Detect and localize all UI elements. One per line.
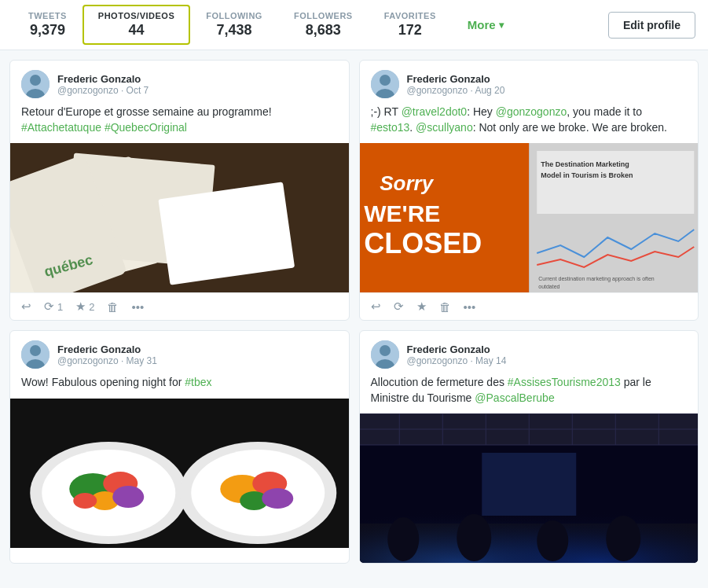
tweet-date: Oct 7 xyxy=(127,85,149,96)
tweet-handle-date: @gonzogonzo · Aug 20 xyxy=(407,85,505,96)
tweet-grid: Frederic Gonzalo @gonzogonzo · Oct 7 Ret… xyxy=(0,50,708,573)
tweet-username[interactable]: Frederic Gonzalo xyxy=(407,73,505,85)
tweet-header-tweet2: Frederic Gonzalo @gonzogonzo · Aug 20 xyxy=(360,61,699,105)
mention[interactable]: @travel2dot0 xyxy=(402,105,467,118)
svg-text:outdated: outdated xyxy=(538,284,559,289)
tweet-image-tweet4 xyxy=(360,413,699,563)
tweet-card-tweet3: Frederic Gonzalo @gonzogonzo · May 31 Wo… xyxy=(9,330,350,564)
tweet-date: Aug 20 xyxy=(475,85,504,96)
svg-text:Current destination marketing : Current destination marketing approach i… xyxy=(538,276,655,282)
svg-text:The Destination Marketing: The Destination Marketing xyxy=(541,160,629,168)
tweet-header-tweet4: Frederic Gonzalo @gonzogonzo · May 14 xyxy=(360,331,699,375)
tweet-username[interactable]: Frederic Gonzalo xyxy=(407,344,507,355)
like-button[interactable]: ★ 2 xyxy=(75,300,94,314)
tweet-text: Wow! Fabulous opening night for xyxy=(21,376,185,388)
stat-item-followers[interactable]: FOLLOWERS 8,683 xyxy=(278,5,369,45)
tweet-meta: Frederic Gonzalo @gonzogonzo · May 31 xyxy=(57,344,157,366)
svg-point-60 xyxy=(387,517,419,561)
svg-point-1 xyxy=(30,75,41,86)
svg-point-63 xyxy=(606,516,640,561)
like-icon: ★ xyxy=(416,300,427,314)
mention[interactable]: @gonzogonzo xyxy=(496,105,567,118)
ellipsis-icon: ••• xyxy=(131,300,144,314)
like-count: 2 xyxy=(89,301,94,313)
tweet-text: , you made it to xyxy=(567,105,642,118)
svg-text:WE'RE: WE'RE xyxy=(364,200,440,226)
retweet-button[interactable]: ⟳ 1 xyxy=(44,300,63,314)
tweet-header-tweet3: Frederic Gonzalo @gonzogonzo · May 31 xyxy=(10,331,349,375)
retweet-button[interactable]: ⟳ xyxy=(394,300,404,314)
tweet-actions: ↩ ⟳ 1 ★ 2 🗑 ••• xyxy=(10,292,349,320)
stat-item-favorites[interactable]: FAVORITES 172 xyxy=(369,5,452,45)
more-button[interactable]: More▾ xyxy=(452,12,519,38)
tweet-text: . xyxy=(409,121,416,134)
tweet-header-tweet1: Frederic Gonzalo @gonzogonzo · Oct 7 xyxy=(10,61,349,105)
delete-button[interactable]: 🗑 xyxy=(439,300,451,314)
stats-bar: TWEETS 9,379 PHOTOS/VIDEOS 44 FOLLOWING … xyxy=(0,0,708,50)
tweet-handle[interactable]: @gonzogonzo xyxy=(407,85,468,96)
mention[interactable]: @scullyano xyxy=(416,121,473,134)
tweet-handle-date: @gonzogonzo · May 31 xyxy=(57,355,157,366)
tweet-username[interactable]: Frederic Gonzalo xyxy=(57,344,157,355)
tweet-date: May 14 xyxy=(475,355,506,366)
tweet-body: Retour d'Europe et grosse semaine au pro… xyxy=(10,105,349,143)
reply-button[interactable]: ↩ xyxy=(21,300,31,314)
svg-point-32 xyxy=(112,486,144,508)
svg-point-10 xyxy=(380,75,391,86)
mention[interactable]: @PascalBerube xyxy=(475,391,554,404)
tweet-handle-date: @gonzogonzo · May 14 xyxy=(407,355,507,366)
stat-label-tweets: TWEETS xyxy=(28,11,67,20)
reply-button[interactable]: ↩ xyxy=(371,300,381,314)
tweet-handle[interactable]: @gonzogonzo xyxy=(57,85,119,96)
svg-point-39 xyxy=(262,488,293,509)
tweet-handle[interactable]: @gonzogonzo xyxy=(407,355,468,366)
delete-button[interactable]: 🗑 xyxy=(107,300,119,314)
tweet-body: ;-) RT @travel2dot0: Hey @gonzogonzo, yo… xyxy=(360,105,699,143)
svg-text:CLOSED: CLOSED xyxy=(364,227,482,259)
hashtag[interactable]: #Attachetatuque xyxy=(21,121,101,134)
tweet-text: Retour d'Europe et grosse semaine au pro… xyxy=(21,105,272,118)
hashtag[interactable]: #QuebecOriginal xyxy=(105,121,187,134)
svg-point-33 xyxy=(73,493,97,509)
tweet-image-tweet3 xyxy=(10,399,349,548)
stat-value-followers: 8,683 xyxy=(306,22,341,39)
tweet-handle[interactable]: @gonzogonzo xyxy=(57,355,119,366)
trash-icon: 🗑 xyxy=(439,300,451,314)
tweet-actions: ↩ ⟳ ★ 🗑 ••• xyxy=(360,292,699,320)
hashtag[interactable]: #AssisesTourisme2013 xyxy=(508,376,621,388)
like-icon: ★ xyxy=(75,300,86,314)
like-button[interactable]: ★ xyxy=(416,300,427,314)
stat-item-photos-videos[interactable]: PHOTOS/VIDEOS 44 xyxy=(83,5,190,45)
avatar xyxy=(21,70,50,98)
svg-point-41 xyxy=(380,345,391,356)
chevron-down-icon: ▾ xyxy=(499,20,504,31)
svg-rect-64 xyxy=(482,453,576,516)
tweet-meta: Frederic Gonzalo @gonzogonzo · Oct 7 xyxy=(57,73,149,96)
stat-label-followers: FOLLOWERS xyxy=(294,11,353,20)
trash-icon: 🗑 xyxy=(107,300,119,314)
svg-point-62 xyxy=(537,520,568,561)
retweet-icon: ⟳ xyxy=(44,300,54,314)
hashtag[interactable]: #tbex xyxy=(185,376,211,388)
tweet-text: Allocution de fermeture des xyxy=(371,376,508,388)
stat-value-photos-videos: 44 xyxy=(129,22,145,39)
hashtag[interactable]: #esto13 xyxy=(371,121,410,134)
tweet-meta: Frederic Gonzalo @gonzogonzo · May 14 xyxy=(407,344,507,366)
more-actions-button[interactable]: ••• xyxy=(464,300,476,314)
stat-item-tweets[interactable]: TWEETS 9,379 xyxy=(13,5,83,45)
avatar xyxy=(371,340,399,369)
reply-icon: ↩ xyxy=(371,300,381,314)
tweet-text: : Hey xyxy=(467,105,496,118)
retweet-count: 1 xyxy=(57,301,63,313)
edit-profile-button[interactable]: Edit profile xyxy=(608,12,695,39)
tweet-date: May 31 xyxy=(127,355,157,366)
ellipsis-icon: ••• xyxy=(464,300,476,314)
avatar xyxy=(21,340,50,369)
svg-point-24 xyxy=(30,345,41,356)
tweet-handle-date: @gonzogonzo · Oct 7 xyxy=(57,85,149,96)
stat-value-following: 7,438 xyxy=(217,22,252,39)
more-actions-button[interactable]: ••• xyxy=(131,300,144,314)
tweet-username[interactable]: Frederic Gonzalo xyxy=(57,73,149,85)
stat-item-following[interactable]: FOLLOWING 7,438 xyxy=(190,5,278,45)
tweet-text: ;-) RT xyxy=(371,105,402,118)
